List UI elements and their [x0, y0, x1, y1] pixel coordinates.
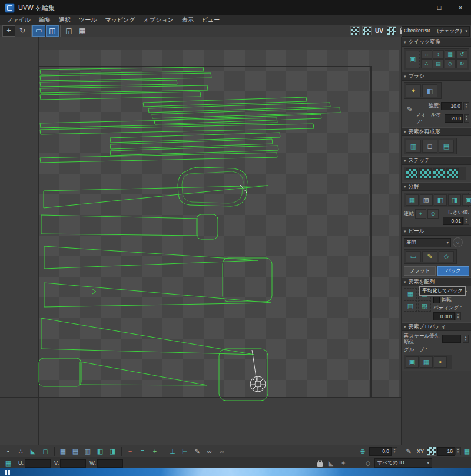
texture-select-dropdown[interactable]: CheckerPat...（チェック） ▾: [402, 26, 470, 37]
align-pivot-icon[interactable]: ◇: [445, 60, 456, 68]
stitch-source-icon[interactable]: [433, 168, 445, 178]
transform-gizmo-icon[interactable]: ▣: [406, 51, 420, 68]
spinner-control[interactable]: ▴▾: [463, 102, 469, 110]
u-coordinate-field[interactable]: [25, 459, 51, 468]
loop-selection-icon[interactable]: =: [137, 446, 148, 457]
weld-selected-icon[interactable]: +: [415, 209, 426, 219]
unlink-selection-icon[interactable]: ∞: [216, 446, 228, 457]
spinner-control[interactable]: ▴▾: [463, 335, 469, 343]
stitch-custom-icon[interactable]: [406, 168, 418, 178]
panel-header-peel[interactable]: ▾ ピール: [402, 227, 471, 236]
grow-selection-icon[interactable]: +: [149, 446, 161, 457]
shrink-selection-icon[interactable]: −: [124, 446, 136, 457]
menu-tools[interactable]: ツール: [75, 15, 101, 25]
space-horizontal-icon[interactable]: ∴: [421, 60, 432, 68]
panel-header-reshape[interactable]: ▾ 要素を再成形: [402, 127, 471, 136]
scale-tool-icon[interactable]: ◱: [62, 25, 75, 37]
edit-seams-icon[interactable]: ◇: [439, 251, 454, 262]
rectangularize-icon[interactable]: ▤: [439, 140, 454, 153]
create-group-icon[interactable]: ▣: [406, 356, 419, 368]
snap-grid-icon[interactable]: ▦: [445, 50, 456, 59]
spinner-control[interactable]: ▴▾: [455, 312, 461, 320]
menu-select[interactable]: 選択: [55, 15, 75, 25]
move-tool-icon[interactable]: +: [2, 25, 15, 37]
select-group-icon[interactable]: ▪: [434, 356, 447, 368]
align-to-edge-icon[interactable]: ⊥: [167, 446, 178, 457]
select-arrow-icon[interactable]: ▪: [2, 446, 14, 457]
face-mode-icon[interactable]: ◣: [27, 446, 39, 457]
ungroup-icon[interactable]: ▦: [420, 356, 433, 368]
panel-header-quick-transform[interactable]: ▾ クイック変換: [402, 38, 471, 47]
rotate-checkbox[interactable]: [433, 297, 440, 303]
rescale-priority-field[interactable]: [442, 335, 461, 343]
select-by-element-icon[interactable]: ▤: [69, 446, 81, 457]
lock-selection-icon[interactable]: [317, 462, 323, 467]
v-coordinate-field[interactable]: [60, 459, 86, 468]
break-icon[interactable]: ▨: [420, 194, 433, 206]
panel-header-stitch[interactable]: ▾ ステッチ: [402, 156, 471, 165]
spinner-control[interactable]: ▴▾: [463, 217, 469, 225]
close-button[interactable]: ×: [450, 0, 471, 15]
move-brush-icon[interactable]: ✦: [406, 84, 421, 97]
tile-map-icon[interactable]: [362, 26, 372, 35]
rescale-elements-icon[interactable]: ▨: [418, 300, 431, 312]
material-id-filter-dropdown[interactable]: すべての ID ▾: [374, 458, 432, 468]
space-vertical-icon[interactable]: ▤: [433, 60, 444, 68]
grid-snap-icon[interactable]: [427, 447, 436, 456]
quick-peel-icon[interactable]: ▭: [406, 251, 421, 262]
menu-display[interactable]: 表示: [178, 15, 198, 25]
maximize-button[interactable]: □: [429, 0, 450, 15]
show-map-icon[interactable]: [350, 26, 360, 35]
align-horizontal-icon[interactable]: ↔: [421, 50, 432, 59]
select-half-right-icon[interactable]: ◨: [107, 446, 118, 457]
flatten-by-material-icon[interactable]: ◨: [448, 194, 461, 206]
menu-view[interactable]: ビュー: [198, 15, 224, 25]
menu-options[interactable]: オプション: [140, 15, 178, 25]
panel-header-explode[interactable]: ▾ 分解: [402, 182, 471, 191]
brush-strength-field[interactable]: 10.0: [441, 102, 462, 110]
axis-label[interactable]: XY: [417, 448, 424, 454]
peel-mode-dropdown[interactable]: 展開 ▾: [404, 238, 451, 247]
uvw-grid-icon[interactable]: ▦: [2, 458, 14, 468]
peel-mode-icon[interactable]: ✎: [422, 251, 437, 262]
snap-settings-icon[interactable]: ▦: [461, 446, 471, 457]
relax-element-icon[interactable]: ◻: [422, 140, 437, 153]
minimize-button[interactable]: ─: [407, 0, 429, 15]
pack-average-icon[interactable]: ▤: [404, 300, 417, 312]
menu-edit[interactable]: 編集: [35, 15, 55, 25]
w-coordinate-field[interactable]: [97, 459, 123, 468]
panel-header-element-properties[interactable]: ▾ 要素プロパティ: [402, 322, 471, 331]
window-titlebar[interactable]: UVW を編集 ─ □ ×: [0, 0, 471, 15]
pack-button[interactable]: パック: [437, 266, 469, 276]
select-by-polygon-icon[interactable]: ▦: [57, 446, 69, 457]
mirror-tool-icon[interactable]: ◫: [46, 25, 59, 37]
windows-start-icon[interactable]: [5, 470, 10, 475]
spinner-control[interactable]: ▴▾: [455, 447, 461, 455]
paint-soft-selection-icon[interactable]: ✦: [337, 458, 349, 468]
pack-normalize-icon[interactable]: ▦: [404, 288, 417, 299]
stitch-average-icon[interactable]: [446, 168, 459, 178]
panel-header-brush[interactable]: ▾ ブラシ: [402, 72, 471, 81]
weld-all-icon[interactable]: ⊕: [427, 209, 439, 219]
link-selection-icon[interactable]: ∞: [204, 446, 215, 457]
uv-editor-viewport[interactable]: [0, 37, 401, 445]
spinner-control[interactable]: ▴▾: [464, 114, 469, 123]
select-by-smoothing-icon[interactable]: ▥: [82, 446, 94, 457]
falloff-curve-icon[interactable]: ✎: [404, 101, 416, 117]
relax-brush-icon[interactable]: ◧: [422, 84, 437, 97]
padding-field[interactable]: 0.001: [433, 312, 455, 320]
menu-file[interactable]: ファイル: [2, 15, 35, 25]
soft-selection-icon[interactable]: ◣: [325, 458, 337, 468]
freeform-edit-icon[interactable]: ✎: [191, 446, 203, 457]
explode-element-icon[interactable]: ▣: [462, 194, 471, 206]
menu-mapping[interactable]: マッピング: [101, 15, 139, 25]
flatten-button[interactable]: フラット: [404, 266, 436, 276]
reset-peel-icon[interactable]: ○: [453, 237, 463, 247]
falloff-settings-icon[interactable]: [350, 458, 361, 468]
spinner-control[interactable]: ▴▾: [392, 447, 397, 455]
align-vertical-icon[interactable]: ↕: [433, 50, 444, 59]
brush-falloff-field[interactable]: 20.0: [445, 114, 463, 123]
grid-size-field[interactable]: 16: [437, 447, 455, 456]
rotate-angle-field[interactable]: 0.0: [369, 447, 392, 456]
freeform-tool-icon[interactable]: ▭: [32, 25, 45, 37]
